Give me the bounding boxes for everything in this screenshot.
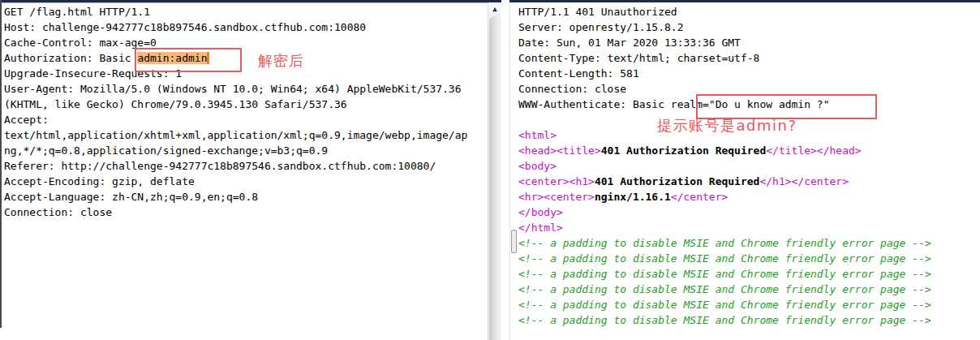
text-line: text/html,application/xhtml+xml,applicat… [4, 127, 501, 143]
scroll-up-button[interactable]: ▲ [488, 2, 501, 16]
text-line: <!-- a padding to disable MSIE and Chrom… [518, 266, 980, 282]
text-line: Upgrade-Insecure-Requests: 1 [4, 66, 501, 81]
request-scrollbar-thumb[interactable] [489, 16, 501, 340]
text-line: <head><title>401 Authorization Required<… [518, 143, 980, 158]
request-panel: GET /flag.html HTTP/1.1Host: challenge-9… [0, 0, 501, 340]
text-line: (KHTML, like Gecko) Chrome/79.0.3945.130… [4, 97, 501, 112]
text-line: Connection: close [4, 204, 501, 220]
text-line: <!-- a padding to disable MSIE and Chrom… [518, 312, 980, 328]
text-line: Content-Type: text/html; charset=utf-8 [518, 50, 980, 66]
text-line: <!-- a padding to disable MSIE and Chrom… [518, 235, 980, 251]
text-line: GET /flag.html HTTP/1.1 [4, 4, 501, 19]
response-scrollbar-thumb[interactable] [511, 230, 517, 253]
annotation-note-admin-hint: 提示账号是admin? [657, 116, 797, 136]
text-line: Date: Sun, 01 Mar 2020 13:33:36 GMT [518, 35, 980, 50]
text-line: </html> [518, 220, 980, 235]
text-line: <!-- a padding to disable MSIE and Chrom… [518, 251, 980, 266]
annotation-box-credentials [135, 48, 242, 72]
text-line: Host: challenge-942777c18b897546.sandbox… [4, 19, 501, 35]
text-line: HTTP/1.1 401 Unauthorized [518, 4, 980, 19]
text-line: Accept: [4, 112, 501, 127]
text-line: Referer: http://challenge-942777c18b8975… [4, 158, 501, 174]
response-text-viewer[interactable]: HTTP/1.1 401 UnauthorizedServer: openres… [509, 2, 980, 340]
http-compare-view: GET /flag.html HTTP/1.1Host: challenge-9… [0, 0, 980, 340]
text-line: <!-- a padding to disable MSIE and Chrom… [518, 297, 980, 312]
text-line: <center><h1>401 Authorization Required</… [518, 174, 980, 189]
request-text-editor[interactable]: GET /flag.html HTTP/1.1Host: challenge-9… [0, 2, 501, 340]
text-line: <!-- a padding to disable MSIE and Chrom… [518, 282, 980, 297]
text-line: <hr><center>nginx/1.16.1</center> [518, 189, 980, 204]
text-line: ng,*/*;q=0.8,application/signed-exchange… [4, 143, 501, 158]
text-line: Authorization: Basic admin:admin [4, 50, 501, 66]
scroll-up-arrow-icon: ▲ [492, 6, 496, 13]
text-line: Accept-Encoding: gzip, deflate [4, 174, 501, 189]
text-line: User-Agent: Mozilla/5.0 (Windows NT 10.0… [4, 81, 501, 97]
text-line: </body> [518, 204, 980, 220]
text-line: Accept-Language: zh-CN,zh;q=0.9,en;q=0.8 [4, 189, 501, 204]
response-panel: HTTP/1.1 401 UnauthorizedServer: openres… [509, 0, 980, 340]
text-line: Content-Length: 581 [518, 66, 980, 81]
text-line: Cache-Control: max-age=0 [4, 35, 501, 50]
annotation-note-decrypted: 解密后 [258, 51, 304, 71]
text-line: <body> [518, 158, 980, 174]
request-scrollbar[interactable]: ▲ [488, 2, 501, 340]
text-line: Server: openresty/1.15.8.2 [518, 19, 980, 35]
